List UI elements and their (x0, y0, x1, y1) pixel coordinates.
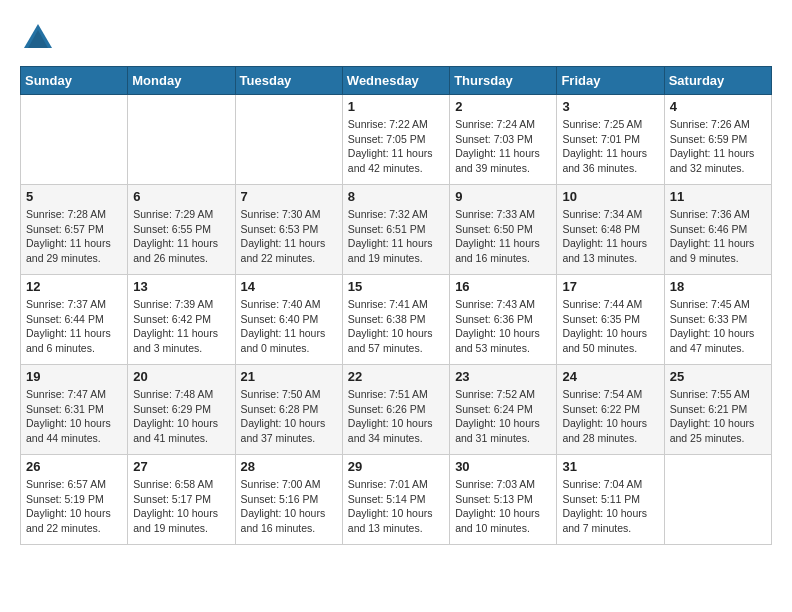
day-number: 5 (26, 189, 122, 204)
day-number: 23 (455, 369, 551, 384)
day-number: 25 (670, 369, 766, 384)
calendar-cell: 19Sunrise: 7:47 AM Sunset: 6:31 PM Dayli… (21, 365, 128, 455)
day-number: 16 (455, 279, 551, 294)
day-info: Sunrise: 7:37 AM Sunset: 6:44 PM Dayligh… (26, 297, 122, 356)
day-number: 18 (670, 279, 766, 294)
calendar-cell: 29Sunrise: 7:01 AM Sunset: 5:14 PM Dayli… (342, 455, 449, 545)
day-number: 7 (241, 189, 337, 204)
calendar-cell: 3Sunrise: 7:25 AM Sunset: 7:01 PM Daylig… (557, 95, 664, 185)
day-info: Sunrise: 7:52 AM Sunset: 6:24 PM Dayligh… (455, 387, 551, 446)
weekday-header-monday: Monday (128, 67, 235, 95)
day-info: Sunrise: 7:28 AM Sunset: 6:57 PM Dayligh… (26, 207, 122, 266)
day-number: 19 (26, 369, 122, 384)
calendar-cell: 10Sunrise: 7:34 AM Sunset: 6:48 PM Dayli… (557, 185, 664, 275)
day-info: Sunrise: 7:26 AM Sunset: 6:59 PM Dayligh… (670, 117, 766, 176)
week-row-5: 26Sunrise: 6:57 AM Sunset: 5:19 PM Dayli… (21, 455, 772, 545)
day-number: 8 (348, 189, 444, 204)
day-info: Sunrise: 7:32 AM Sunset: 6:51 PM Dayligh… (348, 207, 444, 266)
day-number: 31 (562, 459, 658, 474)
week-row-4: 19Sunrise: 7:47 AM Sunset: 6:31 PM Dayli… (21, 365, 772, 455)
day-number: 27 (133, 459, 229, 474)
calendar-cell: 16Sunrise: 7:43 AM Sunset: 6:36 PM Dayli… (450, 275, 557, 365)
day-number: 21 (241, 369, 337, 384)
day-number: 24 (562, 369, 658, 384)
calendar-cell: 28Sunrise: 7:00 AM Sunset: 5:16 PM Dayli… (235, 455, 342, 545)
day-number: 1 (348, 99, 444, 114)
day-info: Sunrise: 7:34 AM Sunset: 6:48 PM Dayligh… (562, 207, 658, 266)
calendar-cell: 21Sunrise: 7:50 AM Sunset: 6:28 PM Dayli… (235, 365, 342, 455)
weekday-header-friday: Friday (557, 67, 664, 95)
calendar-cell: 24Sunrise: 7:54 AM Sunset: 6:22 PM Dayli… (557, 365, 664, 455)
day-info: Sunrise: 7:22 AM Sunset: 7:05 PM Dayligh… (348, 117, 444, 176)
day-info: Sunrise: 7:04 AM Sunset: 5:11 PM Dayligh… (562, 477, 658, 536)
logo (20, 20, 60, 56)
calendar-cell: 8Sunrise: 7:32 AM Sunset: 6:51 PM Daylig… (342, 185, 449, 275)
day-info: Sunrise: 7:36 AM Sunset: 6:46 PM Dayligh… (670, 207, 766, 266)
calendar-cell: 12Sunrise: 7:37 AM Sunset: 6:44 PM Dayli… (21, 275, 128, 365)
day-info: Sunrise: 7:47 AM Sunset: 6:31 PM Dayligh… (26, 387, 122, 446)
weekday-header-row: SundayMondayTuesdayWednesdayThursdayFrid… (21, 67, 772, 95)
weekday-header-sunday: Sunday (21, 67, 128, 95)
week-row-1: 1Sunrise: 7:22 AM Sunset: 7:05 PM Daylig… (21, 95, 772, 185)
calendar-cell (21, 95, 128, 185)
weekday-header-thursday: Thursday (450, 67, 557, 95)
day-info: Sunrise: 7:24 AM Sunset: 7:03 PM Dayligh… (455, 117, 551, 176)
day-info: Sunrise: 7:44 AM Sunset: 6:35 PM Dayligh… (562, 297, 658, 356)
day-number: 26 (26, 459, 122, 474)
calendar-cell: 9Sunrise: 7:33 AM Sunset: 6:50 PM Daylig… (450, 185, 557, 275)
calendar-cell: 27Sunrise: 6:58 AM Sunset: 5:17 PM Dayli… (128, 455, 235, 545)
calendar-cell: 11Sunrise: 7:36 AM Sunset: 6:46 PM Dayli… (664, 185, 771, 275)
week-row-2: 5Sunrise: 7:28 AM Sunset: 6:57 PM Daylig… (21, 185, 772, 275)
day-number: 29 (348, 459, 444, 474)
calendar-table: SundayMondayTuesdayWednesdayThursdayFrid… (20, 66, 772, 545)
calendar-cell: 30Sunrise: 7:03 AM Sunset: 5:13 PM Dayli… (450, 455, 557, 545)
calendar-cell: 13Sunrise: 7:39 AM Sunset: 6:42 PM Dayli… (128, 275, 235, 365)
calendar-cell: 14Sunrise: 7:40 AM Sunset: 6:40 PM Dayli… (235, 275, 342, 365)
day-number: 22 (348, 369, 444, 384)
day-number: 4 (670, 99, 766, 114)
calendar-cell: 18Sunrise: 7:45 AM Sunset: 6:33 PM Dayli… (664, 275, 771, 365)
day-number: 11 (670, 189, 766, 204)
day-number: 15 (348, 279, 444, 294)
calendar-cell: 6Sunrise: 7:29 AM Sunset: 6:55 PM Daylig… (128, 185, 235, 275)
day-number: 3 (562, 99, 658, 114)
day-number: 10 (562, 189, 658, 204)
day-info: Sunrise: 7:54 AM Sunset: 6:22 PM Dayligh… (562, 387, 658, 446)
weekday-header-saturday: Saturday (664, 67, 771, 95)
day-info: Sunrise: 7:48 AM Sunset: 6:29 PM Dayligh… (133, 387, 229, 446)
day-number: 6 (133, 189, 229, 204)
day-number: 30 (455, 459, 551, 474)
calendar-cell: 1Sunrise: 7:22 AM Sunset: 7:05 PM Daylig… (342, 95, 449, 185)
calendar-cell: 25Sunrise: 7:55 AM Sunset: 6:21 PM Dayli… (664, 365, 771, 455)
page-header (20, 20, 772, 56)
day-info: Sunrise: 7:41 AM Sunset: 6:38 PM Dayligh… (348, 297, 444, 356)
calendar-cell: 2Sunrise: 7:24 AM Sunset: 7:03 PM Daylig… (450, 95, 557, 185)
day-info: Sunrise: 7:51 AM Sunset: 6:26 PM Dayligh… (348, 387, 444, 446)
day-info: Sunrise: 7:50 AM Sunset: 6:28 PM Dayligh… (241, 387, 337, 446)
day-info: Sunrise: 7:00 AM Sunset: 5:16 PM Dayligh… (241, 477, 337, 536)
day-info: Sunrise: 7:33 AM Sunset: 6:50 PM Dayligh… (455, 207, 551, 266)
calendar-cell: 26Sunrise: 6:57 AM Sunset: 5:19 PM Dayli… (21, 455, 128, 545)
day-info: Sunrise: 7:01 AM Sunset: 5:14 PM Dayligh… (348, 477, 444, 536)
day-info: Sunrise: 7:03 AM Sunset: 5:13 PM Dayligh… (455, 477, 551, 536)
day-info: Sunrise: 7:25 AM Sunset: 7:01 PM Dayligh… (562, 117, 658, 176)
day-number: 12 (26, 279, 122, 294)
logo-icon (20, 20, 56, 56)
calendar-cell: 31Sunrise: 7:04 AM Sunset: 5:11 PM Dayli… (557, 455, 664, 545)
day-info: Sunrise: 7:45 AM Sunset: 6:33 PM Dayligh… (670, 297, 766, 356)
day-info: Sunrise: 7:43 AM Sunset: 6:36 PM Dayligh… (455, 297, 551, 356)
day-info: Sunrise: 7:39 AM Sunset: 6:42 PM Dayligh… (133, 297, 229, 356)
day-number: 9 (455, 189, 551, 204)
day-info: Sunrise: 7:30 AM Sunset: 6:53 PM Dayligh… (241, 207, 337, 266)
day-info: Sunrise: 7:40 AM Sunset: 6:40 PM Dayligh… (241, 297, 337, 356)
day-number: 14 (241, 279, 337, 294)
day-info: Sunrise: 6:57 AM Sunset: 5:19 PM Dayligh… (26, 477, 122, 536)
day-info: Sunrise: 6:58 AM Sunset: 5:17 PM Dayligh… (133, 477, 229, 536)
calendar-cell: 4Sunrise: 7:26 AM Sunset: 6:59 PM Daylig… (664, 95, 771, 185)
calendar-cell: 22Sunrise: 7:51 AM Sunset: 6:26 PM Dayli… (342, 365, 449, 455)
day-number: 2 (455, 99, 551, 114)
calendar-cell: 23Sunrise: 7:52 AM Sunset: 6:24 PM Dayli… (450, 365, 557, 455)
day-number: 20 (133, 369, 229, 384)
calendar-cell (235, 95, 342, 185)
weekday-header-wednesday: Wednesday (342, 67, 449, 95)
